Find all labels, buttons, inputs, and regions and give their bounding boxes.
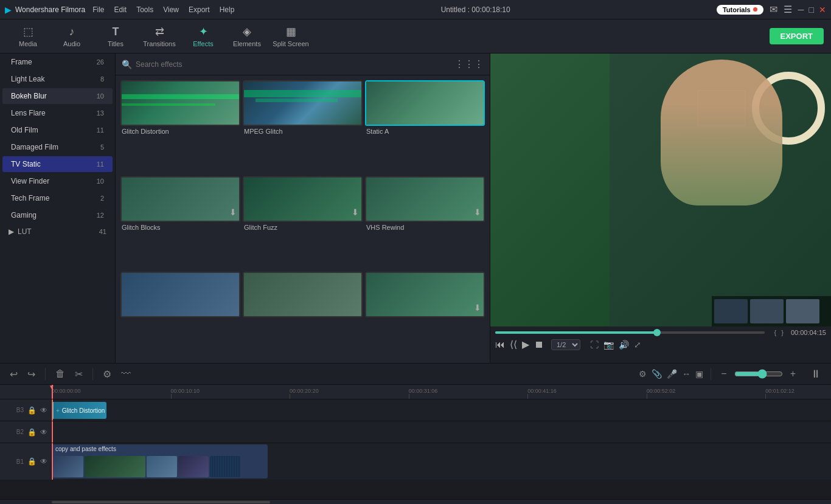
transform-icon[interactable]: ↔	[682, 369, 690, 379]
effect-row3b[interactable]	[243, 272, 363, 358]
redo-button[interactable]: ↪	[25, 367, 38, 381]
clip-thumb-3	[147, 456, 177, 477]
ruler-mark-2: 00:00:20:20	[290, 388, 319, 399]
waveform-button[interactable]: 〰	[119, 367, 133, 381]
sidebar-item-bokeh-blur[interactable]: Bokeh Blur 10	[2, 88, 113, 104]
effect-row3c[interactable]: ⬇	[365, 272, 485, 358]
timeline-playhead	[52, 385, 53, 399]
clip-thumb-1	[53, 456, 83, 477]
effect-vhs-rewind[interactable]: ⬇ VHS Rewind	[365, 176, 485, 270]
effect-clip-glitch-distortion[interactable]: + Glitch Distortion	[52, 402, 106, 419]
screenshot-icon[interactable]: 📷	[603, 340, 614, 350]
separator-3	[711, 368, 711, 380]
edit-toolbar: ↩ ↪ 🗑 ✂ ⚙ 〰 ⚙ 📎 🎤 ↔ ▣ − + ⏸	[0, 363, 831, 385]
sidebar-item-view-finder[interactable]: View Finder 10	[2, 173, 113, 189]
maximize-button[interactable]: □	[809, 5, 814, 15]
audio-settings-button[interactable]: ⚙	[100, 367, 114, 381]
tutorials-button[interactable]: Tutorials	[717, 5, 763, 15]
menu-edit[interactable]: Edit	[114, 5, 127, 14]
progress-bar[interactable]	[495, 331, 765, 334]
lock-icon-b1[interactable]: 🔒	[27, 457, 37, 466]
close-button[interactable]: ✕	[819, 5, 826, 15]
menu-help[interactable]: Help	[220, 5, 235, 14]
lock-icon-b3[interactable]: 🔒	[27, 406, 37, 415]
toolbar-titles[interactable]: T Titles	[95, 22, 136, 51]
settings-icon[interactable]: ⤢	[634, 340, 641, 350]
sidebar-group-lut[interactable]: ▶ LUT 41	[0, 224, 115, 240]
effect-glitch-distortion[interactable]: Glitch Distortion	[120, 80, 240, 174]
sidebar-item-old-film[interactable]: Old Film 11	[2, 122, 113, 138]
app-logo: ▶ Wondershare Filmora	[5, 5, 85, 15]
menu-export[interactable]: Export	[189, 5, 210, 14]
quality-select[interactable]: 1/2 1/4 Full	[551, 339, 580, 350]
track-b3: B3 🔒 👁 + Glitch Distortion	[0, 399, 831, 421]
person-silhouette	[661, 60, 782, 205]
preview-video	[490, 54, 831, 326]
track-b2-header: B2 🔒 👁	[0, 421, 52, 443]
zoom-slider[interactable]	[734, 369, 783, 379]
minimize-button[interactable]: ─	[798, 5, 804, 15]
timeline-scrollbar[interactable]	[0, 499, 831, 504]
hamburger-icon[interactable]: ☰	[784, 4, 792, 15]
render-icon[interactable]: ⚙	[639, 369, 647, 379]
mail-icon[interactable]: ✉	[770, 4, 777, 15]
effect-glitch-blocks[interactable]: ⬇ Glitch Blocks	[120, 176, 240, 270]
cut-button[interactable]: ✂	[72, 367, 85, 381]
clip-icon[interactable]: 📎	[652, 369, 662, 379]
fit-icon[interactable]: ▣	[695, 369, 703, 379]
mic-icon[interactable]: 🎤	[667, 369, 677, 379]
sidebar-item-tv-static[interactable]: TV Static 11	[2, 156, 113, 172]
undo-button[interactable]: ↩	[7, 367, 20, 381]
menu-tools[interactable]: Tools	[136, 5, 153, 14]
zoom-out-button[interactable]: −	[718, 367, 729, 381]
volume-icon[interactable]: 🔊	[619, 340, 629, 350]
logo-icon: ▶	[5, 5, 12, 15]
frame-back-button[interactable]: ⟨⟨	[510, 339, 517, 350]
timeline: 00:00:00:00 00:00:10:10 00:00:20:20 00:0…	[0, 385, 831, 504]
eye-icon-b1[interactable]: 👁	[40, 457, 47, 466]
effect-mpeg-glitch[interactable]: MPEG Glitch	[243, 80, 363, 174]
zoom-in-button[interactable]: +	[788, 367, 798, 381]
toolbar-media[interactable]: ⬚ Media	[7, 22, 49, 51]
preview-extra-controls: ⛶ 📷 🔊 ⤢	[590, 340, 641, 350]
effects-icon: ✦	[199, 25, 208, 38]
audio-icon: ♪	[69, 26, 75, 38]
clip-thumb-2	[85, 456, 145, 477]
sidebar-item-tech-frame[interactable]: Tech Frame 2	[2, 190, 113, 206]
toolbar-elements[interactable]: ◈ Elements	[226, 22, 268, 51]
sidebar-item-light-leak[interactable]: Light Leak 8	[2, 71, 113, 87]
eye-icon-b3[interactable]: 👁	[40, 406, 47, 415]
video-clip[interactable]: copy and paste effects	[52, 444, 268, 478]
effect-glitch-fuzz[interactable]: ⬇ Glitch Fuzz	[243, 176, 363, 270]
play-button[interactable]: ▶	[522, 339, 529, 350]
search-icon: 🔍	[122, 60, 132, 69]
eye-icon-b2[interactable]: 👁	[40, 428, 47, 437]
menu-file[interactable]: File	[92, 5, 104, 14]
notification-dot	[753, 7, 757, 12]
toolbar-audio[interactable]: ♪ Audio	[51, 22, 92, 51]
lock-icon-b2[interactable]: 🔒	[27, 428, 37, 437]
toolbar-effects[interactable]: ✦ Effects	[183, 22, 224, 51]
fullscreen-icon[interactable]: ⛶	[590, 340, 599, 350]
timeline-ruler: 00:00:00:00 00:00:10:10 00:00:20:20 00:0…	[0, 385, 831, 399]
search-input[interactable]	[136, 60, 451, 69]
effect-row3a[interactable]	[120, 272, 240, 358]
effects-grid: Glitch Distortion MPEG Glitch Static A	[116, 75, 490, 363]
sidebar-item-damaged-film[interactable]: Damaged Film 5	[2, 139, 113, 155]
track-b3-content: + Glitch Distortion	[52, 399, 831, 421]
track-b1: B1 🔒 👁 copy and paste effects	[0, 443, 831, 480]
grid-view-icon[interactable]: ⋮⋮⋮	[454, 58, 484, 70]
scrollbar-thumb[interactable]	[52, 501, 270, 503]
pause-indicator[interactable]: ⏸	[808, 367, 824, 382]
sidebar-item-frame[interactable]: Frame 26	[2, 54, 113, 70]
toolbar-transitions[interactable]: ⇄ Transitions	[139, 22, 180, 51]
stop-button[interactable]: ⏹	[534, 339, 544, 350]
effect-static-a[interactable]: Static A	[365, 80, 485, 174]
sidebar-item-gaming[interactable]: Gaming 12	[2, 207, 113, 223]
skip-back-button[interactable]: ⏮	[495, 339, 505, 350]
menu-view[interactable]: View	[163, 5, 179, 14]
sidebar-item-lens-flare[interactable]: Lens Flare 13	[2, 105, 113, 121]
toolbar-split-screen[interactable]: ▦ Split Screen	[270, 22, 311, 51]
delete-button[interactable]: 🗑	[53, 367, 68, 381]
export-button[interactable]: EXPORT	[770, 28, 824, 44]
